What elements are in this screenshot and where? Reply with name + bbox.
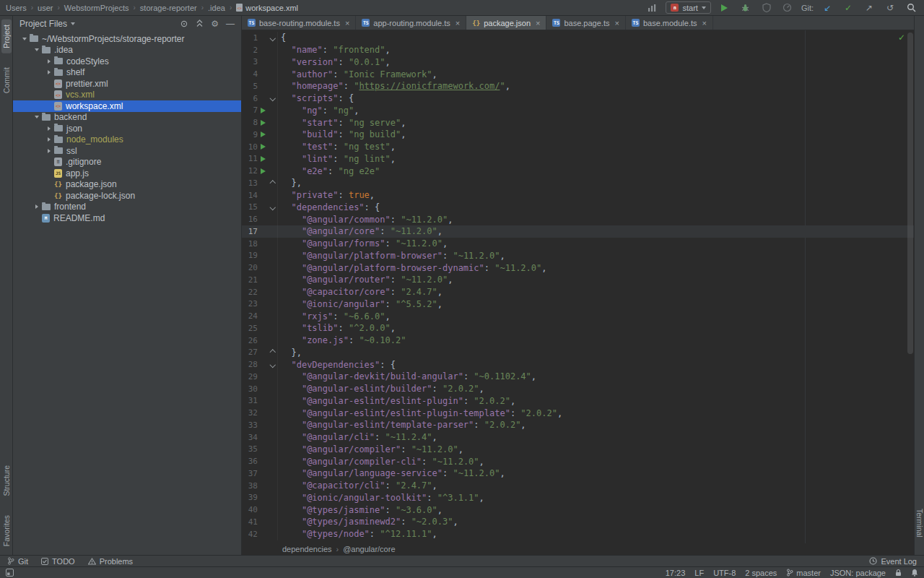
expand-arrow-icon[interactable] bbox=[45, 136, 53, 144]
code-line-21[interactable]: 21 "@angular/router": "~11.2.0", bbox=[242, 274, 914, 286]
titlebar-crumb-storage-reporter[interactable]: storage-reporter bbox=[140, 4, 197, 12]
caret-position-widget[interactable]: 17:23 bbox=[666, 569, 686, 577]
close-tab-icon[interactable]: × bbox=[536, 19, 540, 27]
tab-base-routing.module.ts[interactable]: TSbase-routing.module.ts× bbox=[242, 16, 356, 30]
close-tab-icon[interactable]: × bbox=[614, 19, 619, 27]
expand-arrow-icon[interactable] bbox=[45, 57, 53, 65]
encoding-widget[interactable]: UTF-8 bbox=[713, 569, 736, 577]
fold-down-icon[interactable] bbox=[268, 96, 278, 100]
code-line-31[interactable]: 31 "@angular-eslint/eslint-plugin": "2.0… bbox=[242, 395, 914, 407]
code-line-14[interactable]: 14 "private": true, bbox=[242, 189, 914, 202]
run-button[interactable] bbox=[718, 1, 732, 14]
tree-item-backend[interactable]: backend bbox=[13, 112, 241, 124]
expand-arrow-icon[interactable] bbox=[45, 69, 53, 77]
code-line-2[interactable]: 2 "name": "frontend", bbox=[242, 44, 914, 56]
expand-arrow-icon[interactable] bbox=[32, 113, 40, 121]
tree-item-workspace.xml[interactable]: <>workspace.xml bbox=[13, 100, 241, 112]
expand-arrow-icon[interactable] bbox=[32, 203, 40, 211]
code-line-11[interactable]: 11 "lint": "ng lint", bbox=[242, 153, 914, 165]
indent-widget[interactable]: 2 spaces bbox=[745, 569, 777, 577]
tree-item-codestyles[interactable]: codeStyles bbox=[13, 56, 241, 67]
expand-arrow-icon[interactable] bbox=[45, 147, 53, 155]
editor-crumb-dependencies[interactable]: dependencies bbox=[282, 545, 332, 553]
tree-item-vcs.xml[interactable]: <>vcs.xml bbox=[13, 90, 241, 101]
code-line-32[interactable]: 32 "@angular-eslint/eslint-plugin-templa… bbox=[242, 407, 914, 419]
expand-arrow-icon[interactable] bbox=[45, 124, 53, 132]
tool-stripe-commit[interactable]: Commit bbox=[1, 62, 12, 98]
fold-up-icon[interactable] bbox=[268, 350, 278, 355]
fold-down-icon[interactable] bbox=[268, 205, 278, 210]
fold-down-icon[interactable] bbox=[268, 36, 278, 40]
tree-item-package.json[interactable]: {}package.json bbox=[13, 179, 241, 191]
titlebar-crumb-.idea[interactable]: .idea bbox=[208, 4, 225, 12]
tool-stripe-terminal[interactable]: Terminal bbox=[915, 504, 924, 543]
code-line-4[interactable]: 4 "author": "Ionic Framework", bbox=[242, 68, 914, 80]
code-line-5[interactable]: 5 "homepage": "https://ionicframework.co… bbox=[242, 80, 914, 92]
code-line-12[interactable]: 12 "e2e": "ng e2e" bbox=[242, 165, 914, 177]
code-line-25[interactable]: 25 "tslib": "^2.0.0", bbox=[242, 322, 914, 335]
close-tab-icon[interactable]: × bbox=[702, 19, 707, 27]
run-script-icon[interactable] bbox=[258, 144, 268, 150]
tool-button-todo[interactable]: TODO bbox=[41, 557, 75, 566]
git-push-button[interactable]: ↗ bbox=[862, 1, 876, 14]
code-line-3[interactable]: 3 "version": "0.0.1", bbox=[242, 56, 914, 69]
profiler-button[interactable] bbox=[780, 1, 795, 14]
notifications-bell-icon[interactable] bbox=[911, 569, 918, 577]
code-line-24[interactable]: 24 "rxjs": "~6.6.0", bbox=[242, 310, 914, 322]
tool-button-problems[interactable]: Problems bbox=[88, 557, 133, 566]
expand-arrow-icon[interactable] bbox=[20, 35, 28, 43]
code-line-30[interactable]: 30 "@angular-eslint/builder": "2.0.2", bbox=[242, 383, 914, 395]
line-separator-widget[interactable]: LF bbox=[694, 569, 704, 577]
code-line-39[interactable]: 39 "@ionic/angular-toolkit": "^3.1.1", bbox=[242, 492, 914, 504]
tool-window-switcher-icon[interactable] bbox=[6, 569, 14, 577]
titlebar-crumb-user[interactable]: user bbox=[38, 4, 53, 12]
fold-up-icon[interactable] bbox=[268, 181, 278, 186]
tree-item--webstormprojects-storage-reporter[interactable]: ~/WebstormProjects/storage-reporter bbox=[13, 33, 241, 45]
code-line-7[interactable]: 7 "ng": "ng", bbox=[242, 105, 914, 117]
code-line-42[interactable]: 42 "@types/node": "^12.11.1", bbox=[242, 528, 914, 540]
git-branch-widget[interactable]: master bbox=[786, 569, 821, 577]
tree-item-node-modules[interactable]: node_modules bbox=[13, 134, 241, 146]
run-script-icon[interactable] bbox=[258, 131, 268, 137]
project-view-select[interactable]: Project Files bbox=[19, 19, 67, 29]
tree-item-package-lock.json[interactable]: {}package-lock.json bbox=[13, 190, 241, 202]
tree-item-shelf[interactable]: shelf bbox=[13, 67, 241, 79]
coverage-button[interactable] bbox=[759, 1, 774, 14]
tool-button-git[interactable]: Git bbox=[7, 557, 28, 566]
run-config-select[interactable]: n start bbox=[666, 1, 710, 14]
code-line-19[interactable]: 19 "@angular/platform-browser": "~11.2.0… bbox=[242, 250, 914, 262]
code-line-17[interactable]: 17 "@angular/core": "~11.2.0", bbox=[242, 225, 914, 238]
tool-stripe-project[interactable]: Project bbox=[1, 20, 12, 53]
editor-crumb-@angular-core[interactable]: @angular/core bbox=[343, 545, 395, 553]
git-commit-button[interactable]: ✓ bbox=[841, 1, 855, 14]
run-script-icon[interactable] bbox=[258, 108, 268, 113]
toolbar-widget-icon[interactable] bbox=[645, 1, 659, 14]
tree-item-frontend[interactable]: frontend bbox=[13, 202, 241, 213]
inspections-ok-icon[interactable]: ✓ bbox=[898, 33, 905, 43]
tree-item-app.js[interactable]: JSapp.js bbox=[13, 168, 241, 179]
tree-item-.gitignore[interactable]: ≡.gitignore bbox=[13, 157, 241, 168]
code-line-35[interactable]: 35 "@angular/compiler": "~11.2.0", bbox=[242, 444, 914, 456]
event-log-button[interactable]: Event Log bbox=[869, 557, 917, 566]
close-tab-icon[interactable]: × bbox=[456, 19, 460, 27]
editor-scrollbar[interactable] bbox=[907, 33, 913, 354]
close-tab-icon[interactable]: × bbox=[345, 19, 349, 27]
code-line-1[interactable]: 1{ bbox=[242, 32, 914, 44]
code-line-36[interactable]: 36 "@angular/compiler-cli": "~11.2.0", bbox=[242, 455, 914, 467]
git-update-button[interactable]: ↙ bbox=[820, 1, 834, 14]
code-line-6[interactable]: 6 "scripts": { bbox=[242, 92, 914, 105]
code-line-29[interactable]: 29 "@angular-devkit/build-angular": "~0.… bbox=[242, 371, 914, 383]
code-line-16[interactable]: 16 "@angular/common": "~11.2.0", bbox=[242, 213, 914, 225]
tree-item-ssl[interactable]: ssl bbox=[13, 145, 241, 157]
search-icon[interactable] bbox=[904, 1, 918, 14]
tab-app-routing.module.ts[interactable]: TSapp-routing.module.ts× bbox=[356, 16, 466, 30]
tab-package.json[interactable]: {}package.json× bbox=[466, 16, 546, 30]
titlebar-crumb-users[interactable]: Users bbox=[6, 4, 27, 12]
code-line-41[interactable]: 41 "@types/jasminewd2": "~2.0.3", bbox=[242, 516, 914, 528]
run-script-icon[interactable] bbox=[258, 120, 268, 126]
code-line-34[interactable]: 34 "@angular/cli": "~11.2.4", bbox=[242, 431, 914, 444]
editor-body[interactable]: 1{2 "name": "frontend",3 "version": "0.0… bbox=[242, 30, 914, 543]
code-line-28[interactable]: 28 "devDependencies": { bbox=[242, 358, 914, 371]
collapse-all-icon[interactable] bbox=[196, 20, 204, 27]
titlebar-crumb-workspace.xml[interactable]: <>workspace.xml bbox=[236, 4, 298, 12]
